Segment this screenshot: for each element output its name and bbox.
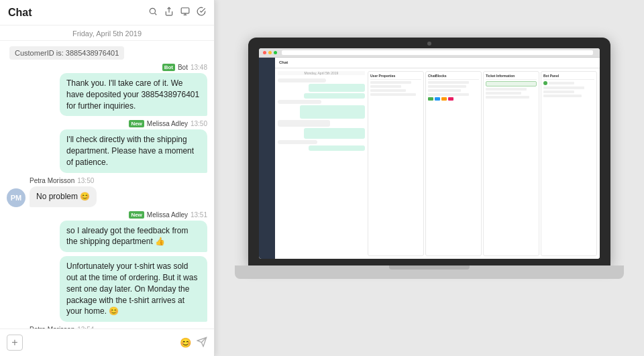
list-item [309, 84, 366, 92]
screen-topbar [259, 48, 600, 58]
laptop-base [235, 265, 624, 279]
chatblock-btn [441, 97, 447, 101]
screen-chat-header: Chat [275, 58, 600, 68]
table-row: PM Petra Morisson 13:50 No problem 😊 [7, 177, 207, 207]
message-bubble: Thank you. I'll take care of it. We have… [60, 73, 207, 116]
share-icon[interactable] [164, 7, 174, 18]
table-row: 13:48 Bot Bot Thank you. I'll take care … [7, 64, 207, 116]
msg-time: 13:50 [77, 177, 94, 184]
chat-header: Chat [0, 0, 214, 25]
panel-row [543, 95, 582, 97]
laptop-screen-frame: Chat Monday, April 5th 2019 [248, 38, 610, 265]
bot-active-row [543, 81, 594, 85]
panel-row [370, 93, 416, 96]
screen-url-bar [282, 50, 593, 55]
msg-sender: Bot [178, 64, 188, 71]
chatblocks-buttons [428, 97, 479, 101]
list-item [300, 105, 366, 119]
svg-point-0 [150, 8, 155, 13]
panel-row [486, 88, 527, 91]
table-row: 13:51 Melissa Adley New so I already got… [7, 211, 207, 253]
table-row: 13:50 Melissa Adley New I'll check direc… [7, 120, 207, 172]
laptop-camera [427, 42, 431, 46]
msg-sender: Petra Morisson [30, 177, 74, 184]
panel-row [543, 91, 574, 93]
msg-meta: 13:51 Melissa Adley New [129, 211, 207, 219]
verify-icon[interactable] [197, 7, 206, 18]
screen-chat-messages: Monday, April 5th 2019 [278, 71, 365, 256]
panel-row [428, 93, 469, 96]
list-item [304, 128, 365, 139]
screen-panel-ticket-info: Ticket Information [483, 71, 539, 256]
panel-title: Bot Panel [543, 74, 594, 80]
msg-time: 13:51 [191, 211, 207, 219]
avatar: PM [7, 188, 25, 207]
panel-row [370, 85, 401, 88]
msg-sender: Melissa Adley [147, 211, 188, 219]
active-dot [543, 81, 547, 85]
msg-meta: 13:50 Melissa Adley New [129, 120, 207, 127]
laptop-container: Chat Monday, April 5th 2019 [215, 0, 644, 356]
svg-line-1 [155, 13, 157, 15]
screen-chat-area: Monday, April 5th 2019 [275, 68, 600, 259]
emoji-icon[interactable]: 😊 [180, 337, 191, 348]
date-bar: Friday, April 5th 2019 [0, 25, 214, 41]
max-dot [274, 51, 277, 54]
chat-panel: Chat Friday, April 5th 2019 CustomerID i… [0, 0, 215, 356]
screen-sidebar [259, 58, 275, 259]
footer-icons: 😊 [180, 337, 207, 349]
msg-meta: 13:48 Bot Bot [162, 64, 207, 71]
chat-title: Chat [8, 7, 32, 19]
message-bubble: No problem 😊 [30, 186, 97, 207]
screen-panel-user-properties: User Properties [368, 71, 424, 256]
screen-date: Monday, April 5th 2019 [278, 71, 365, 75]
message-bubble: Unfortunately your t-shirt was sold out … [60, 256, 207, 322]
msg-time: 13:48 [191, 64, 207, 71]
messages-area: CustomerID is: 3885438976401 13:48 Bot B… [0, 41, 214, 329]
svg-rect-3 [181, 8, 189, 13]
message-input[interactable] [28, 338, 174, 347]
panel-row [428, 81, 469, 84]
panel-row [486, 92, 521, 95]
list-item [278, 100, 321, 104]
screen-content: Chat Monday, April 5th 2019 [259, 48, 600, 259]
search-icon[interactable] [148, 7, 158, 18]
list-item [278, 78, 326, 82]
add-attachment-button[interactable]: + [7, 335, 23, 351]
close-dot [263, 51, 266, 54]
msg-time: 13:50 [191, 120, 207, 127]
panel-row [549, 82, 574, 84]
msg-col: Petra Morisson 13:50 No problem 😊 [30, 177, 97, 207]
panel-title: ChatBlocks [428, 74, 479, 80]
transfer-icon[interactable] [180, 7, 190, 18]
system-message: CustomerID is: 3885438976401 [9, 46, 124, 60]
panel-row [428, 89, 461, 92]
panel-row [370, 81, 411, 84]
screen-panel-chatblocks: ChatBlocks [425, 71, 482, 256]
min-dot [268, 51, 272, 54]
list-item [278, 140, 317, 144]
msg-sender: Melissa Adley [147, 120, 188, 127]
chat-header-icons [148, 7, 206, 18]
message-bubble: so I already got the feedback from the s… [60, 221, 207, 253]
msg-meta: Petra Morisson 13:50 [30, 177, 94, 184]
chatblock-btn [428, 97, 433, 101]
message-bubble: I'll check directly with the shipping de… [60, 129, 207, 172]
screen-panel-bot-panel: Bot Panel [541, 71, 597, 256]
list-item [309, 145, 366, 151]
panel-row [543, 86, 584, 89]
panel-row [486, 96, 529, 99]
screen-main: Chat Monday, April 5th 2019 [275, 58, 600, 259]
chatblock-btn [435, 97, 440, 101]
table-row: Unfortunately your t-shirt was sold out … [7, 256, 207, 322]
panel-title: User Properties [370, 74, 421, 80]
panel-row [370, 89, 406, 92]
list-item [278, 120, 330, 127]
send-icon[interactable] [197, 337, 207, 349]
chat-footer: + 😊 [0, 329, 214, 356]
agent-badge: New [129, 120, 144, 127]
screen-body: Chat Monday, April 5th 2019 [259, 58, 600, 259]
laptop-screen: Chat Monday, April 5th 2019 [259, 48, 600, 259]
list-item [304, 93, 365, 99]
laptop-wrapper: Chat Monday, April 5th 2019 [235, 38, 624, 319]
